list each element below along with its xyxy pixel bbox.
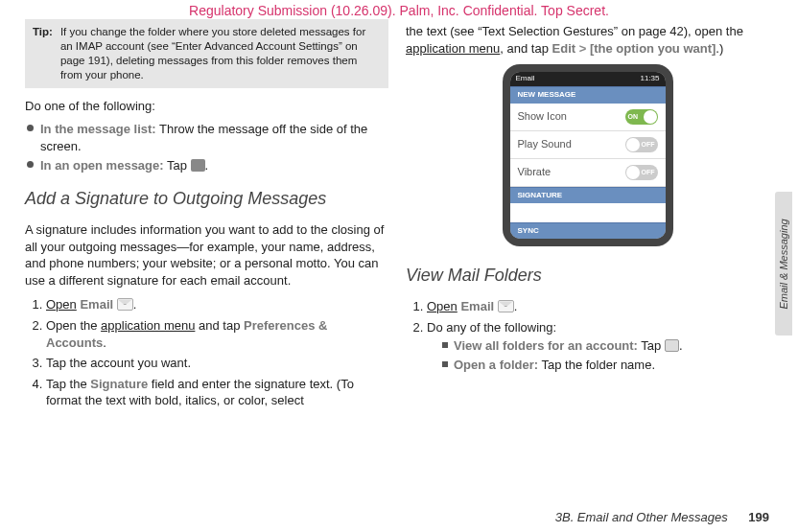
section-new-message: NEW MESSAGE [510, 86, 666, 104]
footer: 3B. Email and Other Messages 199 [555, 509, 769, 526]
tip-label: Tip: [33, 25, 53, 82]
tip-box: Tip: If you change the folder where you … [25, 19, 388, 88]
signature-field[interactable] [510, 203, 666, 222]
view-folders-steps: Open Email . Do any of the following: Vi… [406, 294, 769, 377]
step-3: Tap the account you want. [46, 355, 388, 372]
status-time: 11:35 [640, 74, 659, 84]
page-number: 199 [748, 510, 769, 524]
step2-a: Open the [46, 318, 101, 333]
confidential-header: Regulatory Submission (10.26.09). Palm, … [0, 2, 798, 20]
status-app: Email [516, 74, 535, 84]
section-signature: SIGNATURE [510, 187, 666, 204]
bullet-lead-2: In an open message: [40, 158, 164, 173]
row-label-show-icon: Show Icon [518, 109, 567, 124]
sub-open-folder: Open a folder: Tap the folder name. [442, 357, 769, 374]
email-icon-2 [498, 300, 514, 312]
left-column: Tip: If you change the folder where you … [25, 19, 388, 503]
vf-open: Open [427, 299, 458, 313]
side-tab-label: Email & Messaging [777, 219, 791, 309]
phone-frame: Email 11:35 NEW MESSAGE Show Icon ON Pla… [503, 64, 673, 246]
action-bullets: In the message list: Throw the message o… [25, 118, 388, 177]
bullet-open-msg: In an open message: Tap . [27, 157, 388, 174]
bullet-msg-list: In the message list: Throw the message o… [27, 121, 388, 154]
cont-end: .) [716, 41, 723, 56]
signature-label: Signature [90, 377, 148, 391]
heading-add-signature: Add a Signature to Outgoing Messages [25, 187, 388, 210]
vf-sub-bullets: View all folders for an account: Tap . O… [427, 337, 769, 373]
toggle-vibrate[interactable]: OFF [625, 165, 658, 180]
edit-label: Edit [552, 41, 576, 56]
row-label-play-sound: Play Sound [518, 137, 572, 151]
step-4: Tap the Signature field and enter the si… [46, 376, 388, 409]
sub-view-all: View all folders for an account: Tap . [442, 337, 769, 355]
chevron-icon: > [575, 41, 590, 56]
heading-view-folders: View Mail Folders [406, 264, 769, 287]
trash-icon [191, 159, 205, 172]
vf-step-2: Do any of the following: View all folder… [427, 319, 769, 374]
signature-steps: Open Email . Open the application menu a… [25, 292, 388, 412]
tip-body: If you change the folder where you store… [60, 25, 381, 82]
page-body: Tip: If you change the folder where you … [25, 19, 769, 503]
step-1: Open Email . [46, 296, 388, 313]
signature-intro: A signature includes information you wan… [25, 221, 388, 289]
bullet-rest-2: Tap [164, 158, 191, 173]
vf-email: Email [458, 299, 498, 313]
vf-step2-text: Do any of the following: [427, 320, 556, 335]
step4-a: Tap the [46, 377, 90, 391]
folder-icon [665, 339, 679, 352]
phone-screenshot: Email 11:35 NEW MESSAGE Show Icon ON Pla… [406, 64, 769, 246]
statusbar: Email 11:35 [510, 72, 666, 86]
row-label-vibrate: Vibrate [518, 165, 552, 179]
cont-a: the text (see “Text Selection Gestures” … [406, 24, 743, 38]
cont-b: , and tap [500, 41, 552, 56]
step1-open: Open [46, 297, 77, 312]
row-vibrate: Vibrate OFF [510, 159, 666, 187]
toggle-show-icon[interactable]: ON [625, 109, 658, 125]
bullet-lead-1: In the message list: [40, 122, 156, 136]
sub-lead-1: View all folders for an account: [454, 338, 638, 353]
vf-step-1: Open Email . [427, 298, 769, 315]
email-icon [117, 298, 133, 311]
sub-lead-2: Open a folder: [454, 358, 538, 372]
sub-rest-2: Tap the folder name. [538, 358, 655, 372]
right-column: the text (see “Text Selection Gestures” … [406, 19, 769, 503]
row-show-icon: Show Icon ON [510, 104, 666, 131]
section-sync: SYNC [510, 222, 666, 239]
side-tab: Email & Messaging [775, 192, 792, 335]
sub-rest-1: Tap [638, 338, 665, 353]
app-menu-link: application menu [101, 318, 195, 333]
step2-b: and tap [195, 318, 244, 333]
do-one-intro: Do one of the following: [25, 98, 388, 115]
step-2: Open the application menu and tap Prefer… [46, 317, 388, 351]
option-you-want: [the option you want] [590, 41, 716, 56]
phone-screen: Email 11:35 NEW MESSAGE Show Icon ON Pla… [510, 72, 666, 239]
row-play-sound: Play Sound OFF [510, 131, 666, 159]
continuation-para: the text (see “Text Selection Gestures” … [406, 23, 769, 57]
app-menu-link-2: application menu [406, 41, 500, 56]
footer-title: 3B. Email and Other Messages [555, 510, 728, 524]
toggle-play-sound[interactable]: OFF [625, 137, 658, 152]
step1-email: Email [77, 297, 117, 312]
